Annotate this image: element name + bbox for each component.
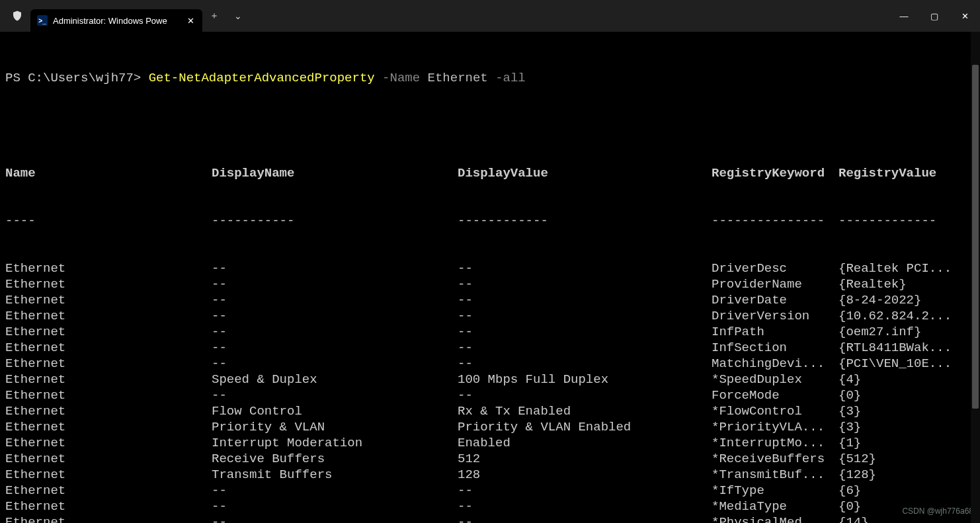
- cell-name: Ethernet: [5, 292, 212, 308]
- cell-registrykeyword: *IfType: [712, 483, 838, 499]
- cell-displayvalue: Enabled: [458, 435, 712, 451]
- table-header: Name DisplayName DisplayValue RegistryKe…: [5, 165, 975, 181]
- cell-registryvalue: {8-24-2022}: [838, 292, 975, 308]
- cell-displayname: --: [212, 514, 458, 523]
- terminal-output[interactable]: PS C:\Users\wjh77> Get-NetAdapterAdvance…: [0, 32, 980, 523]
- param-all: -all: [488, 71, 526, 85]
- cell-displayname: --: [212, 308, 458, 324]
- cell-name: Ethernet: [5, 403, 212, 419]
- tab-close-button[interactable]: ✕: [185, 15, 196, 26]
- header-displayname: DisplayName: [212, 165, 458, 181]
- cell-name: Ethernet: [5, 356, 212, 372]
- table-row: EthernetReceive Buffers512*ReceiveBuffer…: [5, 451, 975, 467]
- tab-dropdown-button[interactable]: ⌄: [226, 5, 250, 26]
- cell-displayvalue: --: [458, 340, 712, 356]
- close-button[interactable]: ✕: [950, 0, 980, 32]
- cell-registryvalue: {Realtek}: [838, 276, 975, 292]
- window-controls: — ▢ ✕: [889, 0, 980, 32]
- cell-name: Ethernet: [5, 467, 212, 483]
- cell-displayvalue: 128: [458, 467, 712, 483]
- cell-displayname: --: [212, 387, 458, 403]
- table-row: EthernetPriority & VLANPriority & VLAN E…: [5, 419, 975, 435]
- maximize-button[interactable]: ▢: [919, 0, 950, 32]
- cell-registrykeyword: ProviderName: [712, 276, 838, 292]
- cell-registrykeyword: InfPath: [712, 324, 838, 340]
- active-tab[interactable]: >_ Administrator: Windows Powe ✕: [30, 9, 202, 32]
- table-row: Ethernet----InfSection{RTL8411BWak...: [5, 340, 975, 356]
- tab-actions: ＋ ⌄: [202, 0, 250, 32]
- cell-displayvalue: --: [458, 356, 712, 372]
- cell-name: Ethernet: [5, 483, 212, 499]
- cell-registryvalue: {1}: [838, 435, 975, 451]
- cell-name: Ethernet: [5, 451, 212, 467]
- cell-displayvalue: --: [458, 276, 712, 292]
- cell-name: Ethernet: [5, 340, 212, 356]
- param-name: -Name: [375, 71, 428, 85]
- cell-name: Ethernet: [5, 261, 212, 276]
- table-body: Ethernet----DriverDesc{Realtek PCI...Eth…: [5, 261, 975, 523]
- cell-name: Ethernet: [5, 514, 212, 523]
- cell-displayname: Priority & VLAN: [212, 419, 458, 435]
- cell-name: Ethernet: [5, 435, 212, 451]
- cell-registryvalue: {6}: [838, 483, 975, 499]
- command: Get-NetAdapterAdvancedProperty: [149, 71, 375, 85]
- cell-registrykeyword: *PriorityVLA...: [712, 419, 838, 435]
- cell-displayvalue: --: [458, 292, 712, 308]
- cell-registryvalue: {0}: [838, 387, 975, 403]
- cell-name: Ethernet: [5, 499, 212, 514]
- cell-registrykeyword: *SpeedDuplex: [712, 372, 838, 387]
- cell-name: Ethernet: [5, 308, 212, 324]
- cell-displayvalue: Rx & Tx Enabled: [458, 403, 712, 419]
- cell-registrykeyword: *ReceiveBuffers: [712, 451, 838, 467]
- cell-displayname: Interrupt Moderation: [212, 435, 458, 451]
- table-row: Ethernet----MatchingDevi...{PCI\VEN_10E.…: [5, 356, 975, 372]
- header-registryvalue: RegistryValue: [838, 165, 975, 181]
- uac-shield-icon: [0, 10, 30, 22]
- cell-displayvalue: 512: [458, 451, 712, 467]
- cell-registrykeyword: *InterruptMo...: [712, 435, 838, 451]
- cell-displayname: --: [212, 276, 458, 292]
- prompt-line: PS C:\Users\wjh77> Get-NetAdapterAdvance…: [5, 70, 975, 86]
- cell-registrykeyword: *PhysicalMed...: [712, 514, 838, 523]
- cell-displayvalue: --: [458, 308, 712, 324]
- minimize-button[interactable]: —: [889, 0, 919, 32]
- cell-registryvalue: {128}: [838, 467, 975, 483]
- cell-displayname: --: [212, 324, 458, 340]
- new-tab-button[interactable]: ＋: [202, 5, 226, 26]
- cell-registrykeyword: MatchingDevi...: [712, 356, 838, 372]
- cell-displayvalue: 100 Mbps Full Duplex: [458, 372, 712, 387]
- cell-registryvalue: {RTL8411BWak...: [838, 340, 975, 356]
- cell-registrykeyword: DriverDesc: [712, 261, 838, 276]
- cell-displayvalue: Priority & VLAN Enabled: [458, 419, 712, 435]
- cell-displayvalue: --: [458, 514, 712, 523]
- cell-displayvalue: --: [458, 499, 712, 514]
- cell-displayname: --: [212, 340, 458, 356]
- table-row: Ethernet----ProviderName{Realtek}: [5, 276, 975, 292]
- cell-displayname: --: [212, 483, 458, 499]
- cell-registrykeyword: *FlowControl: [712, 403, 838, 419]
- cell-registryvalue: {PCI\VEN_10E...: [838, 356, 975, 372]
- arg-name: Ethernet: [428, 71, 488, 85]
- header-name: Name: [5, 165, 212, 181]
- table-row: Ethernet----*PhysicalMed...{14}: [5, 514, 975, 523]
- cell-displayvalue: --: [458, 483, 712, 499]
- cell-displayvalue: --: [458, 261, 712, 276]
- cell-registrykeyword: DriverDate: [712, 292, 838, 308]
- cell-registrykeyword: *MediaType: [712, 499, 838, 514]
- cell-registryvalue: {3}: [838, 403, 975, 419]
- table-row: EthernetTransmit Buffers128*TransmitBuf.…: [5, 467, 975, 483]
- cell-displayvalue: --: [458, 387, 712, 403]
- scrollbar-thumb[interactable]: [972, 65, 979, 409]
- table-row: Ethernet----InfPath{oem27.inf}: [5, 324, 975, 340]
- watermark: CSDN @wjh776a68: [902, 503, 973, 519]
- cell-registrykeyword: *TransmitBuf...: [712, 467, 838, 483]
- cell-displayvalue: --: [458, 324, 712, 340]
- scrollbar-track[interactable]: [971, 32, 980, 523]
- table-row: Ethernet----*IfType{6}: [5, 483, 975, 499]
- cell-registryvalue: {3}: [838, 419, 975, 435]
- cell-registrykeyword: ForceMode: [712, 387, 838, 403]
- cell-name: Ethernet: [5, 372, 212, 387]
- cell-displayname: --: [212, 292, 458, 308]
- table-row: Ethernet----*MediaType{0}: [5, 499, 975, 514]
- cell-name: Ethernet: [5, 276, 212, 292]
